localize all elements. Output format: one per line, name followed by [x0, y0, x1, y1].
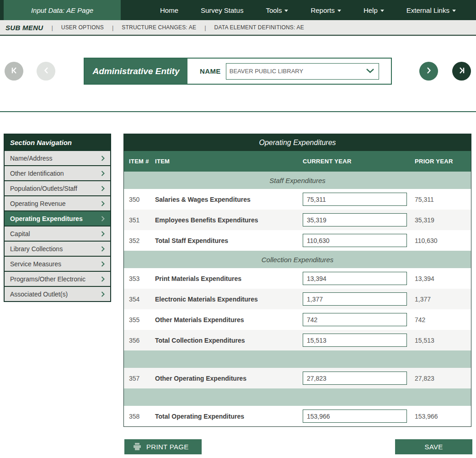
tab-input-data-ae-page[interactable]: Input Data: AE Page: [4, 0, 121, 20]
previous-record-button[interactable]: [37, 62, 55, 81]
action-buttons-row: PRINT PAGE SAVE: [124, 439, 472, 454]
nav-item-tools[interactable]: Tools: [266, 6, 288, 14]
skip-to-first-icon: [10, 67, 18, 75]
table-row-358: 358 Total Operating Expenditures 153,966: [124, 406, 471, 426]
chevron-right-icon: [101, 246, 105, 252]
table-title: Operating Expenditures: [124, 134, 471, 151]
current-year-input-353[interactable]: [303, 272, 407, 285]
caret-down-icon: [284, 10, 288, 12]
sidebar-item-library-collections[interactable]: Library Collections: [5, 241, 110, 256]
nav-item-reports[interactable]: Reports: [310, 6, 341, 14]
sub-menu-bar: SUB MENU |USER OPTIONS|STRUCTURE CHANGES…: [0, 20, 476, 36]
sub-menu-label: SUB MENU: [5, 24, 43, 32]
chevron-right-icon: [426, 67, 432, 75]
name-label: NAME: [200, 67, 221, 75]
table-row-351: 351 Employees Benefits Expenditures 35,3…: [124, 210, 471, 230]
current-year-input-354[interactable]: [303, 292, 407, 306]
table-row-352: 352 Total Staff Expenditures 110,630: [124, 230, 471, 251]
table-spacer-band: [124, 350, 471, 368]
table-spacer-band: [124, 388, 471, 406]
submenu-item-data-element-definitions-ae[interactable]: DATA ELEMENT DEFINITIONS: AE: [214, 24, 304, 31]
current-year-input-358[interactable]: [303, 410, 407, 423]
submenu-item-user-options[interactable]: USER OPTIONS: [61, 24, 104, 31]
content-area: Section Navigation Name/Address Other Id…: [0, 112, 476, 427]
item-number: 357: [129, 375, 155, 382]
current-year-input-350[interactable]: [303, 193, 407, 206]
current-year-input-357[interactable]: [303, 372, 407, 385]
sidebar-item-capital[interactable]: Capital: [5, 226, 110, 241]
item-number: 353: [129, 275, 155, 282]
table-row-354: 354 Electronic Materials Expenditures 1,…: [124, 289, 471, 309]
last-record-button[interactable]: [452, 62, 471, 81]
nav-item-external-links[interactable]: External Links: [406, 6, 456, 14]
chevron-right-icon: [101, 261, 105, 267]
prior-year-value: 1,377: [415, 296, 471, 303]
nav-item-survey-status[interactable]: Survey Status: [201, 6, 243, 14]
chevron-right-icon: [101, 156, 105, 161]
chevron-down-icon: [366, 68, 374, 75]
operating-expenditures-table: Operating Expenditures ITEM # ITEM CURRE…: [123, 134, 471, 427]
sidebar-item-name-address[interactable]: Name/Address: [5, 150, 110, 165]
prior-year-value: 153,966: [415, 413, 471, 420]
submenu-separator: |: [204, 24, 206, 31]
current-year-input-351[interactable]: [303, 213, 407, 226]
table-row-355: 355 Other Materials Expenditures 742: [124, 309, 471, 330]
skip-to-last-icon: [458, 67, 466, 75]
prior-year-value: 110,630: [415, 237, 471, 244]
item-number: 352: [129, 237, 155, 244]
chevron-right-icon: [101, 186, 105, 191]
current-year-input-356[interactable]: [303, 334, 407, 347]
item-label: Total Staff Expenditures: [155, 237, 303, 244]
first-record-button[interactable]: [5, 62, 23, 81]
caret-down-icon: [452, 10, 456, 12]
next-record-button[interactable]: [419, 62, 438, 81]
sidebar-item-operating-revenue[interactable]: Operating Revenue: [5, 195, 110, 210]
section-navigation-sidebar: Section Navigation Name/Address Other Id…: [4, 134, 111, 302]
table-row-353: 353 Print Materials Expenditures 13,394: [124, 268, 471, 289]
caret-down-icon: [337, 10, 341, 12]
prior-year-value: 27,823: [415, 375, 471, 382]
item-number: 350: [129, 196, 155, 203]
column-header-item-number: ITEM #: [129, 158, 155, 165]
item-label: Total Operating Expenditures: [155, 413, 303, 420]
prior-year-value: 15,513: [415, 337, 471, 344]
sidebar-item-other-identification[interactable]: Other Identification: [5, 165, 110, 180]
prior-year-value: 742: [415, 316, 471, 323]
table-section-header: Collection Expenditures: [124, 251, 471, 268]
item-label: Employees Benefits Expenditures: [155, 216, 303, 224]
sidebar-item-service-measures[interactable]: Service Measures: [5, 256, 110, 271]
printer-icon: [133, 443, 141, 451]
save-button[interactable]: SAVE: [395, 439, 472, 454]
column-header-current-year: CURRENT YEAR: [303, 158, 415, 165]
item-label: Other Operating Expenditures: [155, 375, 303, 382]
entity-type-label: Administrative Entity: [85, 59, 187, 84]
sidebar-item-programs-other-electronic[interactable]: Programs/Other Electronic: [5, 271, 110, 286]
nav-item-home[interactable]: Home: [160, 6, 178, 14]
item-label: Total Collection Expenditures: [155, 337, 303, 344]
sidebar-item-operating-expenditures[interactable]: Operating Expenditures: [5, 210, 110, 226]
submenu-separator: |: [112, 24, 113, 31]
current-year-input-352[interactable]: [303, 234, 407, 247]
entity-name-select[interactable]: BEAVER PUBLIC LIBRARY: [226, 63, 379, 80]
chevron-right-icon: [101, 291, 105, 297]
sidebar-title: Section Navigation: [5, 135, 110, 150]
table-row-357: 357 Other Operating Expenditures 27,823: [124, 368, 471, 388]
prior-year-value: 13,394: [415, 275, 471, 282]
item-number: 351: [129, 216, 155, 224]
item-label: Other Materials Expenditures: [155, 316, 303, 323]
sidebar-item-population-outlets-staff[interactable]: Population/Outlets/Staff: [5, 180, 110, 195]
item-label: Electronic Materials Expenditures: [155, 296, 303, 303]
current-year-input-355[interactable]: [303, 313, 407, 326]
sidebar-item-associated-outlet-s[interactable]: Associated Outlet(s): [5, 286, 110, 301]
top-nav-bar: Input Data: AE Page Home Survey Status T…: [0, 0, 476, 20]
submenu-item-structure-changes-ae[interactable]: STRUCTURE CHANGES: AE: [122, 24, 196, 31]
print-page-button[interactable]: PRINT PAGE: [124, 439, 202, 454]
entity-selector: Administrative Entity NAME BEAVER PUBLIC…: [84, 58, 392, 85]
prior-year-value: 35,319: [415, 216, 471, 224]
nav-item-help[interactable]: Help: [364, 6, 384, 14]
item-number: 356: [129, 337, 155, 344]
item-label: Print Materials Expenditures: [155, 275, 303, 282]
submenu-separator: |: [51, 24, 53, 31]
chevron-left-icon: [43, 67, 49, 75]
table-row-356: 356 Total Collection Expenditures 15,513: [124, 330, 471, 350]
